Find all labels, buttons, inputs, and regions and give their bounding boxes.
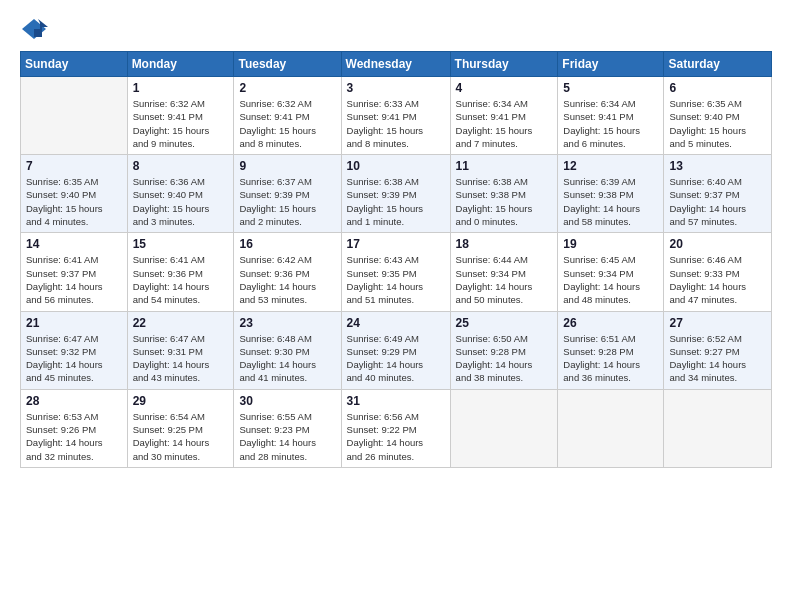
- day-cell: 2Sunrise: 6:32 AM Sunset: 9:41 PM Daylig…: [234, 77, 341, 155]
- day-number: 16: [239, 237, 335, 251]
- day-cell: 23Sunrise: 6:48 AM Sunset: 9:30 PM Dayli…: [234, 311, 341, 389]
- day-cell: 16Sunrise: 6:42 AM Sunset: 9:36 PM Dayli…: [234, 233, 341, 311]
- header: [20, 15, 772, 43]
- day-info: Sunrise: 6:50 AM Sunset: 9:28 PM Dayligh…: [456, 332, 553, 385]
- day-number: 2: [239, 81, 335, 95]
- day-cell: 27Sunrise: 6:52 AM Sunset: 9:27 PM Dayli…: [664, 311, 772, 389]
- day-info: Sunrise: 6:32 AM Sunset: 9:41 PM Dayligh…: [239, 97, 335, 150]
- day-number: 28: [26, 394, 122, 408]
- day-cell: 20Sunrise: 6:46 AM Sunset: 9:33 PM Dayli…: [664, 233, 772, 311]
- day-number: 1: [133, 81, 229, 95]
- day-number: 6: [669, 81, 766, 95]
- day-cell: 3Sunrise: 6:33 AM Sunset: 9:41 PM Daylig…: [341, 77, 450, 155]
- col-header-sunday: Sunday: [21, 52, 128, 77]
- day-info: Sunrise: 6:38 AM Sunset: 9:38 PM Dayligh…: [456, 175, 553, 228]
- day-cell: 6Sunrise: 6:35 AM Sunset: 9:40 PM Daylig…: [664, 77, 772, 155]
- day-number: 10: [347, 159, 445, 173]
- day-info: Sunrise: 6:45 AM Sunset: 9:34 PM Dayligh…: [563, 253, 658, 306]
- calendar-container: SundayMondayTuesdayWednesdayThursdayFrid…: [0, 0, 792, 612]
- day-cell: 21Sunrise: 6:47 AM Sunset: 9:32 PM Dayli…: [21, 311, 128, 389]
- day-number: 20: [669, 237, 766, 251]
- week-row: 28Sunrise: 6:53 AM Sunset: 9:26 PM Dayli…: [21, 389, 772, 467]
- day-cell: 1Sunrise: 6:32 AM Sunset: 9:41 PM Daylig…: [127, 77, 234, 155]
- day-info: Sunrise: 6:38 AM Sunset: 9:39 PM Dayligh…: [347, 175, 445, 228]
- day-cell: 26Sunrise: 6:51 AM Sunset: 9:28 PM Dayli…: [558, 311, 664, 389]
- day-cell: 30Sunrise: 6:55 AM Sunset: 9:23 PM Dayli…: [234, 389, 341, 467]
- day-info: Sunrise: 6:34 AM Sunset: 9:41 PM Dayligh…: [563, 97, 658, 150]
- day-number: 19: [563, 237, 658, 251]
- day-info: Sunrise: 6:42 AM Sunset: 9:36 PM Dayligh…: [239, 253, 335, 306]
- day-cell: 24Sunrise: 6:49 AM Sunset: 9:29 PM Dayli…: [341, 311, 450, 389]
- day-number: 26: [563, 316, 658, 330]
- day-info: Sunrise: 6:47 AM Sunset: 9:32 PM Dayligh…: [26, 332, 122, 385]
- col-header-tuesday: Tuesday: [234, 52, 341, 77]
- day-info: Sunrise: 6:54 AM Sunset: 9:25 PM Dayligh…: [133, 410, 229, 463]
- week-row: 21Sunrise: 6:47 AM Sunset: 9:32 PM Dayli…: [21, 311, 772, 389]
- day-info: Sunrise: 6:34 AM Sunset: 9:41 PM Dayligh…: [456, 97, 553, 150]
- day-cell: 22Sunrise: 6:47 AM Sunset: 9:31 PM Dayli…: [127, 311, 234, 389]
- logo-icon: [20, 15, 48, 43]
- day-info: Sunrise: 6:46 AM Sunset: 9:33 PM Dayligh…: [669, 253, 766, 306]
- week-row: 14Sunrise: 6:41 AM Sunset: 9:37 PM Dayli…: [21, 233, 772, 311]
- day-cell: 14Sunrise: 6:41 AM Sunset: 9:37 PM Dayli…: [21, 233, 128, 311]
- day-number: 30: [239, 394, 335, 408]
- day-cell: [450, 389, 558, 467]
- day-number: 12: [563, 159, 658, 173]
- day-cell: 13Sunrise: 6:40 AM Sunset: 9:37 PM Dayli…: [664, 155, 772, 233]
- week-row: 1Sunrise: 6:32 AM Sunset: 9:41 PM Daylig…: [21, 77, 772, 155]
- day-info: Sunrise: 6:51 AM Sunset: 9:28 PM Dayligh…: [563, 332, 658, 385]
- col-header-saturday: Saturday: [664, 52, 772, 77]
- day-cell: 25Sunrise: 6:50 AM Sunset: 9:28 PM Dayli…: [450, 311, 558, 389]
- day-info: Sunrise: 6:33 AM Sunset: 9:41 PM Dayligh…: [347, 97, 445, 150]
- day-info: Sunrise: 6:44 AM Sunset: 9:34 PM Dayligh…: [456, 253, 553, 306]
- day-cell: 9Sunrise: 6:37 AM Sunset: 9:39 PM Daylig…: [234, 155, 341, 233]
- day-info: Sunrise: 6:40 AM Sunset: 9:37 PM Dayligh…: [669, 175, 766, 228]
- day-number: 17: [347, 237, 445, 251]
- day-number: 4: [456, 81, 553, 95]
- day-info: Sunrise: 6:39 AM Sunset: 9:38 PM Dayligh…: [563, 175, 658, 228]
- day-cell: 11Sunrise: 6:38 AM Sunset: 9:38 PM Dayli…: [450, 155, 558, 233]
- day-number: 22: [133, 316, 229, 330]
- day-cell: 31Sunrise: 6:56 AM Sunset: 9:22 PM Dayli…: [341, 389, 450, 467]
- day-info: Sunrise: 6:41 AM Sunset: 9:36 PM Dayligh…: [133, 253, 229, 306]
- day-cell: [664, 389, 772, 467]
- day-cell: 19Sunrise: 6:45 AM Sunset: 9:34 PM Dayli…: [558, 233, 664, 311]
- day-info: Sunrise: 6:49 AM Sunset: 9:29 PM Dayligh…: [347, 332, 445, 385]
- day-cell: 15Sunrise: 6:41 AM Sunset: 9:36 PM Dayli…: [127, 233, 234, 311]
- calendar-table: SundayMondayTuesdayWednesdayThursdayFrid…: [20, 51, 772, 468]
- day-info: Sunrise: 6:36 AM Sunset: 9:40 PM Dayligh…: [133, 175, 229, 228]
- day-number: 24: [347, 316, 445, 330]
- day-number: 27: [669, 316, 766, 330]
- day-number: 31: [347, 394, 445, 408]
- day-info: Sunrise: 6:48 AM Sunset: 9:30 PM Dayligh…: [239, 332, 335, 385]
- day-number: 18: [456, 237, 553, 251]
- day-cell: 29Sunrise: 6:54 AM Sunset: 9:25 PM Dayli…: [127, 389, 234, 467]
- header-row: SundayMondayTuesdayWednesdayThursdayFrid…: [21, 52, 772, 77]
- day-cell: 8Sunrise: 6:36 AM Sunset: 9:40 PM Daylig…: [127, 155, 234, 233]
- week-row: 7Sunrise: 6:35 AM Sunset: 9:40 PM Daylig…: [21, 155, 772, 233]
- day-cell: 10Sunrise: 6:38 AM Sunset: 9:39 PM Dayli…: [341, 155, 450, 233]
- day-info: Sunrise: 6:35 AM Sunset: 9:40 PM Dayligh…: [26, 175, 122, 228]
- day-number: 14: [26, 237, 122, 251]
- day-info: Sunrise: 6:37 AM Sunset: 9:39 PM Dayligh…: [239, 175, 335, 228]
- day-number: 8: [133, 159, 229, 173]
- day-info: Sunrise: 6:47 AM Sunset: 9:31 PM Dayligh…: [133, 332, 229, 385]
- day-number: 3: [347, 81, 445, 95]
- day-cell: 12Sunrise: 6:39 AM Sunset: 9:38 PM Dayli…: [558, 155, 664, 233]
- day-info: Sunrise: 6:43 AM Sunset: 9:35 PM Dayligh…: [347, 253, 445, 306]
- day-cell: 17Sunrise: 6:43 AM Sunset: 9:35 PM Dayli…: [341, 233, 450, 311]
- day-info: Sunrise: 6:52 AM Sunset: 9:27 PM Dayligh…: [669, 332, 766, 385]
- day-cell: 7Sunrise: 6:35 AM Sunset: 9:40 PM Daylig…: [21, 155, 128, 233]
- day-number: 5: [563, 81, 658, 95]
- col-header-monday: Monday: [127, 52, 234, 77]
- day-number: 29: [133, 394, 229, 408]
- day-info: Sunrise: 6:53 AM Sunset: 9:26 PM Dayligh…: [26, 410, 122, 463]
- col-header-wednesday: Wednesday: [341, 52, 450, 77]
- day-info: Sunrise: 6:35 AM Sunset: 9:40 PM Dayligh…: [669, 97, 766, 150]
- day-cell: [21, 77, 128, 155]
- col-header-friday: Friday: [558, 52, 664, 77]
- day-number: 21: [26, 316, 122, 330]
- day-info: Sunrise: 6:41 AM Sunset: 9:37 PM Dayligh…: [26, 253, 122, 306]
- day-number: 23: [239, 316, 335, 330]
- day-info: Sunrise: 6:56 AM Sunset: 9:22 PM Dayligh…: [347, 410, 445, 463]
